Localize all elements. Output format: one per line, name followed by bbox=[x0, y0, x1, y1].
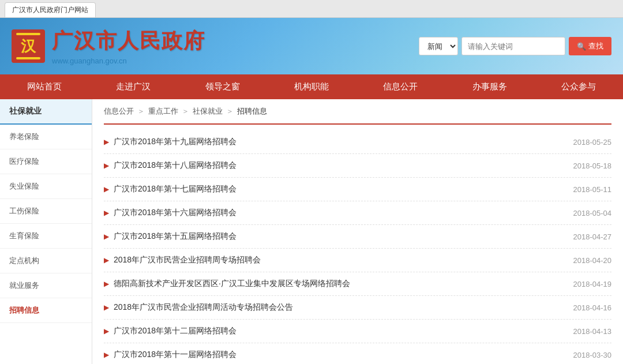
breadcrumb-sep-2: ＞ bbox=[182, 106, 189, 117]
logo-text-area: 广汉市人民政府 www.guanghan.gov.cn bbox=[52, 27, 205, 65]
sidebar-item-unemployment[interactable]: 失业保险 bbox=[0, 174, 92, 199]
article-title[interactable]: 广汉市2018年第十九届网络招聘会 bbox=[114, 137, 237, 147]
svg-rect-2 bbox=[16, 33, 40, 35]
nav-item-infopublic[interactable]: 信息公开 bbox=[356, 74, 445, 99]
breadcrumb-link-social[interactable]: 社保就业 bbox=[193, 106, 223, 117]
article-arrow-icon: ▶ bbox=[104, 162, 109, 170]
svg-rect-3 bbox=[16, 57, 40, 59]
article-date: 2018-04-16 bbox=[573, 303, 612, 312]
nav-item-guanghan[interactable]: 走进广汉 bbox=[89, 74, 178, 99]
article-item: ▶ 德阳高新技术产业开发区西区·广汉工业集中发展区专场网络招聘会 2018-04… bbox=[104, 272, 611, 296]
main-nav: 网站首页 走进广汉 领导之窗 机构职能 信息公开 办事服务 公众参与 bbox=[0, 74, 623, 99]
emblem-icon: 汉 bbox=[12, 29, 45, 63]
article-item: ▶ 广汉市2018年第十九届网络招聘会 2018-05-25 bbox=[104, 130, 611, 154]
article-item: ▶ 广汉市2018年第十五届网络招聘会 2018-04-27 bbox=[104, 225, 611, 249]
sidebar-item-employment[interactable]: 就业服务 bbox=[0, 273, 92, 298]
article-title[interactable]: 广汉市2018年第十八届网络招聘会 bbox=[114, 160, 237, 171]
breadcrumb-link-key[interactable]: 重点工作 bbox=[148, 106, 178, 117]
sidebar-item-pension[interactable]: 养老保险 bbox=[0, 125, 92, 149]
article-title[interactable]: 广汉市2018年第十五届网络招聘会 bbox=[114, 231, 237, 242]
nav-item-home[interactable]: 网站首页 bbox=[0, 74, 89, 99]
article-list: ▶ 广汉市2018年第十九届网络招聘会 2018-05-25 ▶ 广汉市2018… bbox=[104, 130, 611, 364]
sidebar-item-maternity[interactable]: 生育保险 bbox=[0, 224, 92, 249]
article-date: 2018-05-25 bbox=[573, 138, 612, 147]
content-wrapper: 社保就业 养老保险 医疗保险 失业保险 工伤保险 生育保险 定点机构 就业服务 … bbox=[0, 99, 623, 364]
header: 汉 广汉市人民政府 www.guanghan.gov.cn 新闻 政务 公告 🔍… bbox=[0, 18, 623, 74]
browser-tab[interactable]: 广汉市人民政府门户网站 bbox=[5, 2, 96, 17]
article-arrow-icon: ▶ bbox=[104, 256, 109, 264]
article-date: 2018-04-27 bbox=[573, 232, 612, 241]
logo-subtitle: www.guanghan.gov.cn bbox=[52, 57, 205, 65]
article-title[interactable]: 德阳高新技术产业开发区西区·广汉工业集中发展区专场网络招聘会 bbox=[114, 279, 350, 289]
article-date: 2018-04-20 bbox=[573, 256, 612, 265]
nav-item-leadership[interactable]: 领导之窗 bbox=[178, 74, 267, 99]
article-title[interactable]: 广汉市2018年第十七届网络招聘会 bbox=[114, 184, 237, 194]
article-date: 2018-05-18 bbox=[573, 162, 612, 170]
search-icon: 🔍 bbox=[577, 42, 586, 51]
article-item: ▶ 广汉市2018年第十六届网络招聘会 2018-05-04 bbox=[104, 201, 611, 225]
article-item: ▶ 2018年广汉市民营企业招聘周专场招聘会 2018-04-20 bbox=[104, 249, 611, 272]
sidebar-item-designated[interactable]: 定点机构 bbox=[0, 249, 92, 273]
article-left: ▶ 广汉市2018年第十二届网络招聘会 bbox=[104, 326, 562, 336]
main-content: 信息公开 ＞ 重点工作 ＞ 社保就业 ＞ 招聘信息 ▶ 广汉市2018年第十九届… bbox=[92, 99, 623, 364]
article-arrow-icon: ▶ bbox=[104, 303, 109, 312]
browser-tab-bar: 广汉市人民政府门户网站 bbox=[0, 0, 623, 18]
logo-area: 汉 广汉市人民政府 www.guanghan.gov.cn bbox=[12, 27, 205, 65]
article-date: 2018-04-19 bbox=[573, 280, 612, 288]
article-arrow-icon: ▶ bbox=[104, 232, 109, 241]
article-left: ▶ 德阳高新技术产业开发区西区·广汉工业集中发展区专场网络招聘会 bbox=[104, 279, 562, 289]
sidebar-item-recruitment[interactable]: 招聘信息 bbox=[0, 298, 92, 323]
article-arrow-icon: ▶ bbox=[104, 351, 109, 359]
article-left: ▶ 广汉市2018年第十六届网络招聘会 bbox=[104, 208, 562, 218]
article-title[interactable]: 广汉市2018年第十二届网络招聘会 bbox=[114, 326, 237, 336]
sidebar-item-medical[interactable]: 医疗保险 bbox=[0, 149, 92, 174]
article-left: ▶ 广汉市2018年第十八届网络招聘会 bbox=[104, 160, 562, 171]
article-left: ▶ 2018年广汉市民营企业招聘周活动专场招聘会公告 bbox=[104, 302, 562, 313]
article-left: ▶ 2018年广汉市民营企业招聘周专场招聘会 bbox=[104, 255, 562, 265]
article-title[interactable]: 2018年广汉市民营企业招聘周活动专场招聘会公告 bbox=[114, 302, 293, 313]
nav-item-institutions[interactable]: 机构职能 bbox=[267, 74, 356, 99]
search-input[interactable] bbox=[461, 37, 565, 55]
breadcrumb-link-info[interactable]: 信息公开 bbox=[104, 106, 134, 117]
breadcrumb-sep-3: ＞ bbox=[226, 106, 234, 117]
svg-text:汉: 汉 bbox=[21, 38, 36, 55]
article-date: 2018-05-11 bbox=[573, 185, 612, 194]
article-item: ▶ 广汉市2018年第十一届网络招聘会 2018-03-30 bbox=[104, 343, 611, 364]
breadcrumb-current: 招聘信息 bbox=[237, 106, 267, 117]
article-left: ▶ 广汉市2018年第十一届网络招聘会 bbox=[104, 350, 562, 360]
article-arrow-icon: ▶ bbox=[104, 280, 109, 288]
article-date: 2018-03-30 bbox=[573, 351, 612, 359]
search-area: 新闻 政务 公告 🔍 查找 bbox=[419, 37, 611, 55]
article-date: 2018-05-04 bbox=[573, 209, 612, 217]
article-left: ▶ 广汉市2018年第十七届网络招聘会 bbox=[104, 184, 562, 194]
article-item: ▶ 广汉市2018年第十八届网络招聘会 2018-05-18 bbox=[104, 154, 611, 178]
breadcrumb: 信息公开 ＞ 重点工作 ＞ 社保就业 ＞ 招聘信息 bbox=[104, 99, 611, 125]
article-left: ▶ 广汉市2018年第十九届网络招聘会 bbox=[104, 137, 562, 147]
article-title[interactable]: 广汉市2018年第十一届网络招聘会 bbox=[114, 350, 237, 360]
article-arrow-icon: ▶ bbox=[104, 209, 109, 217]
article-arrow-icon: ▶ bbox=[104, 327, 109, 335]
breadcrumb-sep-1: ＞ bbox=[137, 106, 145, 117]
article-left: ▶ 广汉市2018年第十五届网络招聘会 bbox=[104, 231, 562, 242]
search-button[interactable]: 🔍 查找 bbox=[569, 37, 611, 55]
search-btn-label: 查找 bbox=[588, 41, 603, 51]
article-item: ▶ 广汉市2018年第十二届网络招聘会 2018-04-13 bbox=[104, 320, 611, 343]
nav-item-participation[interactable]: 公众参与 bbox=[534, 74, 623, 99]
search-category-select[interactable]: 新闻 政务 公告 bbox=[419, 37, 458, 55]
nav-item-services[interactable]: 办事服务 bbox=[445, 74, 534, 99]
logo-title: 广汉市人民政府 bbox=[52, 27, 205, 55]
article-item: ▶ 广汉市2018年第十七届网络招聘会 2018-05-11 bbox=[104, 178, 611, 201]
sidebar-item-work-injury[interactable]: 工伤保险 bbox=[0, 199, 92, 224]
article-item: ▶ 2018年广汉市民营企业招聘周活动专场招聘会公告 2018-04-16 bbox=[104, 296, 611, 320]
article-title[interactable]: 广汉市2018年第十六届网络招聘会 bbox=[114, 208, 237, 218]
article-arrow-icon: ▶ bbox=[104, 138, 109, 146]
sidebar-title: 社保就业 bbox=[0, 99, 92, 125]
sidebar: 社保就业 养老保险 医疗保险 失业保险 工伤保险 生育保险 定点机构 就业服务 … bbox=[0, 99, 92, 364]
article-date: 2018-04-13 bbox=[573, 327, 612, 336]
article-arrow-icon: ▶ bbox=[104, 185, 109, 193]
article-title[interactable]: 2018年广汉市民营企业招聘周专场招聘会 bbox=[114, 255, 261, 265]
